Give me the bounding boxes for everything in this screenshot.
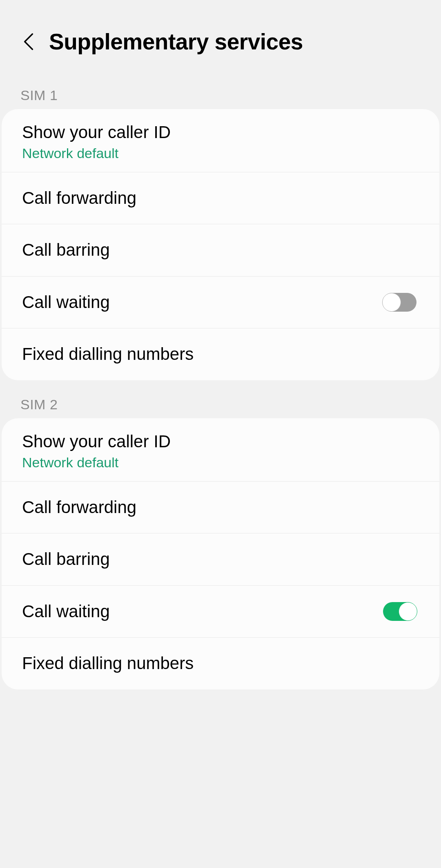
call-waiting-sim1[interactable]: Call waiting (2, 277, 439, 329)
page-title: Supplementary services (49, 29, 303, 55)
item-title: Call barring (22, 548, 110, 571)
item-content: Call forwarding (22, 496, 136, 519)
chevron-left-icon (23, 33, 34, 50)
item-title: Fixed dialling numbers (22, 343, 194, 366)
item-title: Call forwarding (22, 187, 136, 210)
fixed-dialling-sim2[interactable]: Fixed dialling numbers (2, 638, 439, 689)
call-barring-sim1[interactable]: Call barring (2, 224, 439, 277)
show-caller-id-sim1[interactable]: Show your caller ID Network default (2, 109, 439, 172)
item-title: Call barring (22, 239, 110, 261)
sim2-card: Show your caller ID Network default Call… (2, 418, 439, 689)
item-content: Call waiting (22, 600, 110, 623)
item-title: Show your caller ID (22, 431, 171, 453)
switch-knob (399, 602, 417, 621)
call-barring-sim2[interactable]: Call barring (2, 533, 439, 586)
sim1-card: Show your caller ID Network default Call… (2, 109, 439, 380)
item-title: Fixed dialling numbers (22, 652, 194, 675)
call-waiting-switch-sim1[interactable] (383, 293, 416, 312)
item-title: Call waiting (22, 291, 110, 314)
item-content: Call barring (22, 548, 110, 571)
back-button[interactable] (20, 33, 37, 50)
call-forwarding-sim2[interactable]: Call forwarding (2, 482, 439, 534)
call-waiting-sim2[interactable]: Call waiting (2, 586, 439, 638)
show-caller-id-sim2[interactable]: Show your caller ID Network default (2, 418, 439, 482)
call-waiting-switch-sim2[interactable] (383, 602, 416, 621)
item-content: Call forwarding (22, 187, 136, 210)
item-subtitle: Network default (22, 145, 171, 161)
item-subtitle: Network default (22, 455, 171, 471)
item-title: Call waiting (22, 600, 110, 623)
section-header-sim2: SIM 2 (0, 380, 441, 418)
section-header-sim1: SIM 1 (0, 71, 441, 109)
item-content: Call waiting (22, 291, 110, 314)
page-header: Supplementary services (0, 0, 441, 71)
item-content: Show your caller ID Network default (22, 431, 171, 471)
item-content: Fixed dialling numbers (22, 652, 194, 675)
item-content: Fixed dialling numbers (22, 343, 194, 366)
item-title: Show your caller ID (22, 121, 171, 144)
call-forwarding-sim1[interactable]: Call forwarding (2, 172, 439, 225)
fixed-dialling-sim1[interactable]: Fixed dialling numbers (2, 328, 439, 380)
item-content: Show your caller ID Network default (22, 121, 171, 161)
switch-knob (382, 293, 401, 312)
item-content: Call barring (22, 239, 110, 261)
item-title: Call forwarding (22, 496, 136, 519)
